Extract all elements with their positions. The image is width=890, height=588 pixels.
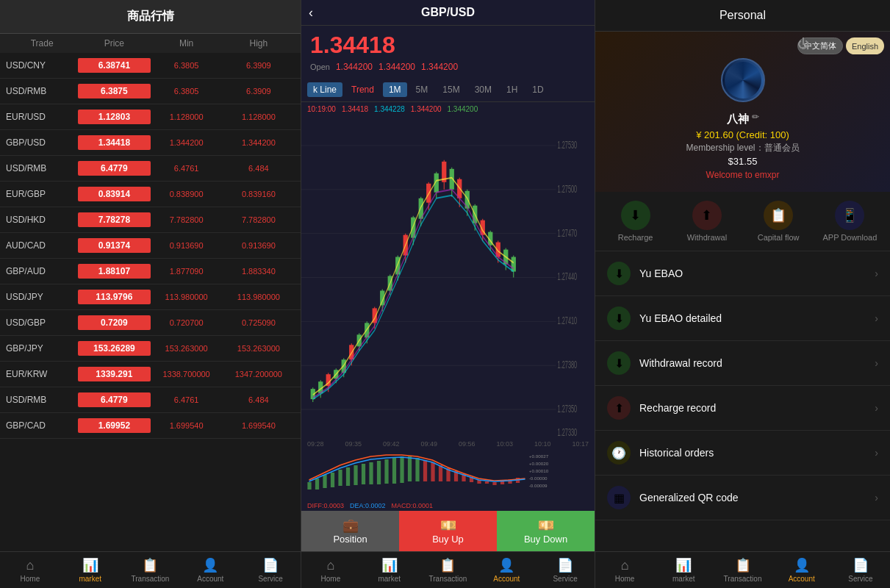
table-row[interactable]: EUR/USD 1.12803 1.128000 1.128000 [0, 104, 301, 130]
nav-item-account[interactable]: 👤Account [477, 552, 536, 588]
table-row[interactable]: USD/GBP 0.7209 0.720700 0.725090 [0, 310, 301, 336]
nav-item-home[interactable]: ⌂Home [0, 552, 60, 588]
nav-label: market [79, 575, 101, 583]
col-price: Price [78, 38, 150, 49]
nav-item-home[interactable]: ⌂Home [595, 552, 654, 588]
table-row[interactable]: GBP/JPY 153.26289 153.263000 153.263000 [0, 336, 301, 362]
table-row[interactable]: USD/RMB 6.4779 6.4761 6.484 [0, 156, 301, 182]
quick-label: Capital flow [758, 233, 800, 242]
buy-down-label: Buy Down [524, 534, 567, 545]
nav-label: Home [21, 575, 40, 583]
table-row[interactable]: GBP/CAD 1.69952 1.699540 1.699540 [0, 413, 301, 439]
buy-down-button[interactable]: 💴 Buy Down [497, 511, 595, 551]
table-row[interactable]: EUR/KRW 1339.291 1338.700000 1347.200000 [0, 362, 301, 387]
chart-title: GBP/USD [421, 6, 475, 19]
nav-label: Transaction [429, 575, 467, 583]
quick-action-app-download[interactable]: 📱 APP Download [816, 201, 884, 242]
menu-item-yu-ebao[interactable]: ⬇ Yu EBAO › [595, 251, 890, 296]
nav-item-transaction[interactable]: 📋Transaction [419, 552, 478, 588]
time-label: 09:56 [459, 440, 475, 448]
svg-rect-74 [346, 467, 350, 486]
nav-icon: 📄 [557, 557, 573, 573]
nav-item-service[interactable]: 📄Service [536, 552, 595, 588]
macd-macd: MACD:0.0001 [392, 502, 434, 509]
nav-item-home[interactable]: ⌂Home [301, 552, 360, 588]
nav-icon: 📊 [381, 557, 398, 573]
trade-name: EUR/GBP [6, 189, 78, 199]
chart-tab-1d[interactable]: 1D [526, 82, 549, 97]
table-row[interactable]: AUD/CAD 0.91374 0.913690 0.913690 [0, 233, 301, 259]
menu-item-yu-ebao-detailed[interactable]: ⬇ Yu EBAO detailed › [595, 296, 890, 341]
time-label: 10:03 [496, 440, 513, 448]
svg-rect-68 [512, 257, 516, 272]
quick-action-capital-flow[interactable]: 📋 Capital flow [744, 201, 813, 242]
avatar-inner [725, 62, 761, 98]
menu-item-icon: ⬆ [607, 396, 631, 420]
nav-label: Service [848, 575, 872, 583]
chart-tab-1h[interactable]: 1H [500, 82, 523, 97]
edit-icon[interactable]: ✏ [752, 112, 759, 122]
nav-item-transaction[interactable]: 📋Transaction [121, 552, 181, 588]
trade-name: AUD/CAD [6, 240, 78, 251]
nav-icon: 👤 [202, 557, 218, 573]
menu-item-generalized-qr-code[interactable]: ▦ Generalized QR code › [595, 476, 890, 520]
nav-item-market[interactable]: 📊market [654, 552, 713, 588]
nav-item-market[interactable]: 📊market [60, 552, 121, 588]
table-row[interactable]: USD/JPY 113.9796 113.980000 113.980000 [0, 284, 301, 310]
svg-rect-86 [439, 465, 442, 481]
table-row[interactable]: USD/RMB 6.3875 6.3805 6.3909 [0, 79, 301, 104]
table-row[interactable]: USD/HKD 7.78278 7.782800 7.782800 [0, 207, 301, 233]
lang-en-button[interactable]: English [846, 37, 884, 54]
svg-rect-71 [323, 475, 326, 488]
svg-rect-93 [492, 482, 496, 485]
open-val-2: 1.344200 [378, 62, 415, 72]
left-header: 商品行情 [0, 0, 301, 34]
buy-up-button[interactable]: 💴 Buy Up [399, 511, 497, 551]
trade-min: 153.263000 [151, 344, 223, 353]
table-row[interactable]: USD/RMB 6.4779 6.4761 6.484 [0, 387, 301, 413]
nav-icon: 📄 [262, 557, 279, 573]
nav-label: Transaction [724, 575, 762, 583]
chart-tab-k-line[interactable]: k Line [307, 82, 342, 97]
chart-tab-trend[interactable]: Trend [345, 82, 380, 97]
left-panel: 商品行情 Trade Price Min High USD/CNY 6.3874… [0, 0, 301, 588]
nav-item-market[interactable]: 📊market [360, 552, 419, 588]
quick-action-recharge[interactable]: ⬇ Recharge [601, 201, 670, 242]
nav-item-service[interactable]: 📄Service [831, 552, 890, 588]
profile-balance: ¥ 201.60 (Credit: 100) [696, 129, 789, 140]
table-row[interactable]: GBP/USD 1.34418 1.344200 1.344200 [0, 130, 301, 156]
table-row[interactable]: GBP/AUD 1.88107 1.877090 1.883340 [0, 259, 301, 284]
trade-price: 7.78278 [78, 212, 150, 227]
chart-tab-15m[interactable]: 15M [437, 82, 465, 97]
menu-item-recharge-record[interactable]: ⬆ Recharge record › [595, 386, 890, 431]
nav-label: Service [553, 575, 577, 583]
nav-item-account[interactable]: 👤Account [772, 552, 831, 588]
table-row[interactable]: USD/CNY 6.38741 6.3805 6.3909 [0, 53, 301, 79]
nav-label: market [378, 575, 401, 583]
trade-high: 7.782800 [223, 215, 295, 224]
nav-item-account[interactable]: 👤Account [180, 552, 240, 588]
nav-item-transaction[interactable]: 📋Transaction [713, 552, 772, 588]
position-button[interactable]: 💼 Position [301, 511, 399, 551]
open-label: Open [310, 62, 330, 71]
menu-item-label: Yu EBAO [639, 268, 875, 279]
chart-tab-5m[interactable]: 5M [410, 82, 434, 97]
quick-action-withdrawal[interactable]: ⬆ Withdrawal [672, 201, 741, 242]
trade-min: 1338.700000 [151, 370, 223, 379]
chart-tab-1m[interactable]: 1M [383, 82, 407, 97]
nav-label: Home [321, 575, 341, 583]
power-button[interactable]: ⏻ [797, 37, 809, 51]
table-row[interactable]: EUR/GBP 0.83914 0.838900 0.839160 [0, 182, 301, 207]
svg-rect-42 [411, 218, 415, 238]
menu-item-historical-orders[interactable]: 🕐 Historical orders › [595, 431, 890, 476]
info-price2: 1.344228 [374, 105, 405, 113]
trade-price: 0.7209 [78, 315, 150, 330]
trade-price: 0.83914 [78, 187, 150, 201]
back-button[interactable]: ‹ [309, 5, 313, 21]
nav-item-service[interactable]: 📄Service [240, 552, 301, 588]
chart-tab-30m[interactable]: 30M [469, 82, 498, 97]
menu-item-withdrawal-record[interactable]: ⬇ Withdrawal record › [595, 341, 890, 386]
profile-section: 中文简体 English ⏻ 八神 ✏ ¥ 201.60 (Credit: 10… [595, 32, 890, 192]
svg-rect-84 [423, 460, 427, 481]
quick-label: Recharge [618, 233, 653, 242]
